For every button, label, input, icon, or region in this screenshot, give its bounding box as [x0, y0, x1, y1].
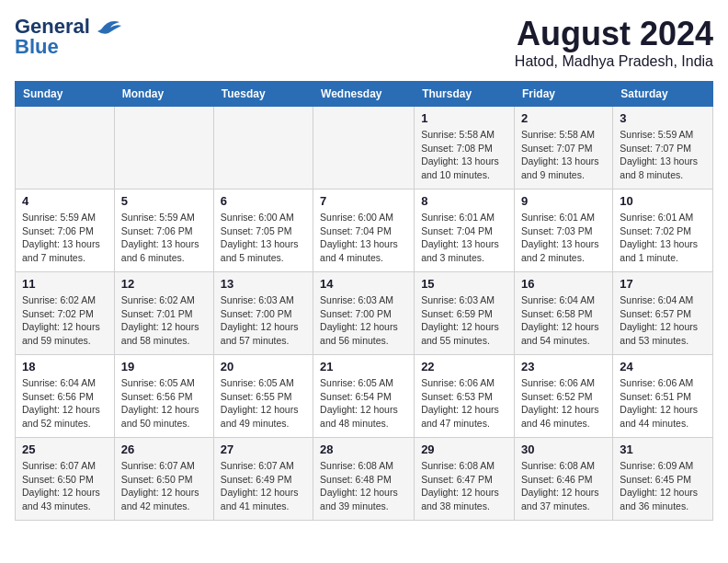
calendar-cell: 22Sunrise: 6:06 AMSunset: 6:53 PMDayligh…	[415, 355, 515, 438]
sunrise-label: Sunrise: 6:03 AM	[421, 294, 495, 305]
day-info: Sunrise: 6:02 AMSunset: 7:01 PMDaylight:…	[121, 293, 207, 348]
day-number: 14	[320, 277, 407, 291]
sunrise-label: Sunrise: 5:58 AM	[421, 129, 495, 140]
day-number: 2	[521, 111, 606, 125]
sunrise-label: Sunrise: 6:02 AM	[121, 294, 195, 305]
day-number: 23	[521, 360, 606, 373]
sunset-label: Sunset: 7:03 PM	[521, 225, 593, 236]
day-info: Sunrise: 6:07 AMSunset: 6:50 PMDaylight:…	[22, 459, 108, 513]
daylight-label: Daylight: 13 hours and 4 minutes.	[320, 238, 398, 263]
daylight-label: Daylight: 12 hours and 39 minutes.	[320, 487, 398, 511]
daylight-label: Daylight: 12 hours and 48 minutes.	[320, 404, 398, 429]
day-info: Sunrise: 6:05 AMSunset: 6:56 PMDaylight:…	[121, 376, 207, 431]
calendar-cell: 31Sunrise: 6:09 AMSunset: 6:45 PMDayligh…	[613, 438, 713, 521]
day-info: Sunrise: 6:08 AMSunset: 6:48 PMDaylight:…	[320, 459, 407, 513]
sunrise-label: Sunrise: 6:06 AM	[421, 377, 495, 388]
calendar-table: SundayMondayTuesdayWednesdayThursdayFrid…	[15, 81, 713, 521]
day-info: Sunrise: 5:58 AMSunset: 7:08 PMDaylight:…	[421, 128, 507, 182]
day-number: 6	[221, 194, 306, 208]
daylight-label: Daylight: 12 hours and 53 minutes.	[620, 321, 698, 346]
sunset-label: Sunset: 7:02 PM	[22, 308, 94, 319]
day-info: Sunrise: 6:03 AMSunset: 7:00 PMDaylight:…	[221, 293, 306, 348]
sunset-label: Sunset: 6:59 PM	[421, 308, 493, 319]
sunrise-label: Sunrise: 6:04 AM	[521, 294, 595, 305]
daylight-label: Daylight: 12 hours and 49 minutes.	[221, 404, 299, 429]
sunset-label: Sunset: 6:50 PM	[22, 474, 94, 485]
sunset-label: Sunset: 6:45 PM	[620, 474, 691, 485]
day-info: Sunrise: 6:09 AMSunset: 6:45 PMDaylight:…	[620, 459, 706, 513]
day-number: 10	[620, 194, 706, 208]
day-number: 7	[320, 194, 407, 208]
day-info: Sunrise: 6:04 AMSunset: 6:58 PMDaylight:…	[521, 293, 606, 348]
sunrise-label: Sunrise: 6:05 AM	[221, 377, 294, 388]
calendar-cell: 25Sunrise: 6:07 AMSunset: 6:50 PMDayligh…	[16, 438, 115, 521]
logo-bird-icon	[94, 17, 123, 37]
day-info: Sunrise: 6:04 AMSunset: 6:57 PMDaylight:…	[620, 293, 706, 348]
day-number: 24	[620, 360, 706, 373]
sunrise-label: Sunrise: 6:06 AM	[521, 377, 595, 388]
calendar-cell: 7Sunrise: 6:00 AMSunset: 7:04 PMDaylight…	[313, 190, 415, 272]
calendar-cell: 1Sunrise: 5:58 AMSunset: 7:08 PMDaylight…	[415, 107, 515, 190]
calendar-cell: 30Sunrise: 6:08 AMSunset: 6:46 PMDayligh…	[514, 438, 612, 521]
day-info: Sunrise: 6:06 AMSunset: 6:52 PMDaylight:…	[521, 376, 606, 431]
sunrise-label: Sunrise: 6:01 AM	[421, 212, 495, 223]
daylight-label: Daylight: 13 hours and 9 minutes.	[521, 155, 599, 180]
calendar-cell	[213, 107, 313, 190]
daylight-label: Daylight: 12 hours and 56 minutes.	[320, 321, 398, 346]
day-number: 30	[521, 442, 606, 456]
daylight-label: Daylight: 13 hours and 2 minutes.	[521, 238, 599, 263]
sunrise-label: Sunrise: 6:05 AM	[121, 377, 195, 388]
day-number: 8	[421, 194, 507, 208]
sunrise-label: Sunrise: 5:58 AM	[521, 129, 595, 140]
daylight-label: Daylight: 12 hours and 37 minutes.	[521, 487, 599, 511]
day-info: Sunrise: 6:03 AMSunset: 6:59 PMDaylight:…	[421, 293, 507, 348]
day-info: Sunrise: 6:01 AMSunset: 7:03 PMDaylight:…	[521, 211, 606, 265]
daylight-label: Daylight: 12 hours and 44 minutes.	[620, 404, 698, 429]
day-number: 9	[521, 194, 606, 208]
sunset-label: Sunset: 7:04 PM	[421, 225, 493, 236]
sunset-label: Sunset: 7:08 PM	[421, 143, 493, 154]
title-block: August 2024 Hatod, Madhya Pradesh, India	[515, 15, 713, 70]
sunset-label: Sunset: 6:47 PM	[421, 474, 493, 485]
sunrise-label: Sunrise: 5:59 AM	[121, 212, 195, 223]
calendar-cell: 24Sunrise: 6:06 AMSunset: 6:51 PMDayligh…	[613, 355, 713, 438]
day-number: 12	[121, 277, 207, 291]
page-header: General Blue August 2024 Hatod, Madhya P…	[15, 15, 713, 70]
day-info: Sunrise: 6:00 AMSunset: 7:05 PMDaylight:…	[221, 211, 306, 265]
sunrise-label: Sunrise: 6:01 AM	[620, 212, 693, 223]
calendar-cell	[16, 107, 115, 190]
weekday-header-monday: Monday	[114, 82, 213, 107]
sunset-label: Sunset: 6:49 PM	[221, 474, 292, 485]
day-number: 15	[421, 277, 507, 291]
sunset-label: Sunset: 6:51 PM	[620, 391, 691, 402]
weekday-header-friday: Friday	[514, 82, 612, 107]
daylight-label: Daylight: 12 hours and 59 minutes.	[22, 321, 100, 346]
daylight-label: Daylight: 12 hours and 47 minutes.	[421, 404, 499, 429]
sunrise-label: Sunrise: 6:05 AM	[320, 377, 393, 388]
sunrise-label: Sunrise: 6:03 AM	[320, 294, 393, 305]
calendar-cell: 8Sunrise: 6:01 AMSunset: 7:04 PMDaylight…	[415, 190, 515, 272]
daylight-label: Daylight: 12 hours and 42 minutes.	[121, 487, 199, 511]
sunset-label: Sunset: 7:00 PM	[221, 308, 292, 319]
calendar-cell: 14Sunrise: 6:03 AMSunset: 7:00 PMDayligh…	[313, 272, 415, 355]
day-number: 22	[421, 360, 507, 373]
day-info: Sunrise: 6:04 AMSunset: 6:56 PMDaylight:…	[22, 376, 108, 431]
calendar-cell: 26Sunrise: 6:07 AMSunset: 6:50 PMDayligh…	[114, 438, 213, 521]
calendar-cell: 27Sunrise: 6:07 AMSunset: 6:49 PMDayligh…	[213, 438, 313, 521]
daylight-label: Daylight: 12 hours and 46 minutes.	[521, 404, 599, 429]
day-info: Sunrise: 6:03 AMSunset: 7:00 PMDaylight:…	[320, 293, 407, 348]
day-number: 17	[620, 277, 706, 291]
daylight-label: Daylight: 12 hours and 58 minutes.	[121, 321, 199, 346]
calendar-cell: 17Sunrise: 6:04 AMSunset: 6:57 PMDayligh…	[613, 272, 713, 355]
calendar-cell: 18Sunrise: 6:04 AMSunset: 6:56 PMDayligh…	[16, 355, 115, 438]
calendar-cell: 19Sunrise: 6:05 AMSunset: 6:56 PMDayligh…	[114, 355, 213, 438]
calendar-cell: 4Sunrise: 5:59 AMSunset: 7:06 PMDaylight…	[16, 190, 115, 272]
day-info: Sunrise: 6:08 AMSunset: 6:46 PMDaylight:…	[521, 459, 606, 513]
day-info: Sunrise: 6:08 AMSunset: 6:47 PMDaylight:…	[421, 459, 507, 513]
daylight-label: Daylight: 12 hours and 38 minutes.	[421, 487, 499, 511]
weekday-header-wednesday: Wednesday	[313, 82, 415, 107]
sunrise-label: Sunrise: 6:04 AM	[620, 294, 693, 305]
calendar-cell: 3Sunrise: 5:59 AMSunset: 7:07 PMDaylight…	[613, 107, 713, 190]
day-info: Sunrise: 6:02 AMSunset: 7:02 PMDaylight:…	[22, 293, 108, 348]
daylight-label: Daylight: 13 hours and 10 minutes.	[421, 155, 499, 180]
